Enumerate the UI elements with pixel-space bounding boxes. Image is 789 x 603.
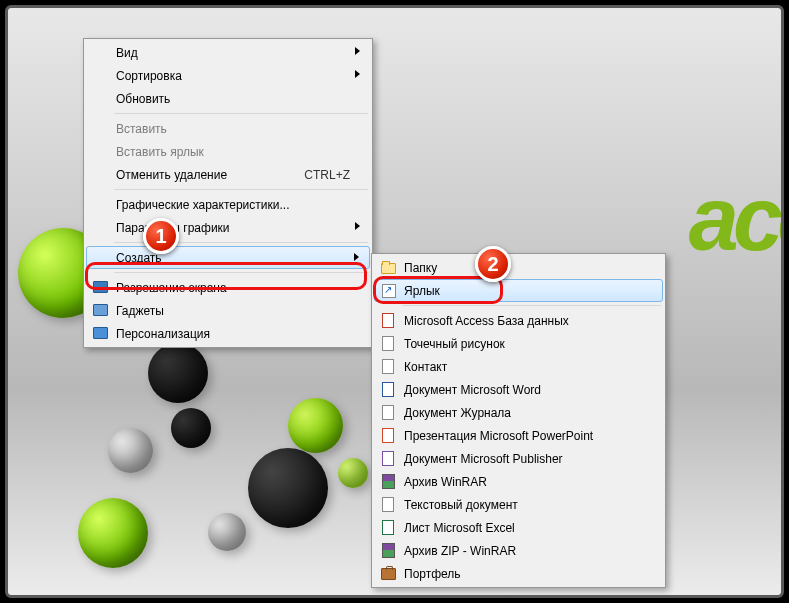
new-word-doc[interactable]: Документ Microsoft Word: [374, 378, 663, 401]
menu-label: Архив WinRAR: [404, 475, 487, 489]
publisher-icon: [380, 450, 396, 466]
wallpaper-ball: [208, 513, 246, 551]
monitor-icon: [92, 279, 108, 295]
wallpaper-ball: [78, 498, 148, 568]
new-publisher[interactable]: Документ Microsoft Publisher: [374, 447, 663, 470]
menu-separator: [402, 305, 661, 306]
menu-label: Точечный рисунок: [404, 337, 505, 351]
menu-graphics-settings[interactable]: Графические характеристики...: [86, 193, 370, 216]
wallpaper-ball: [108, 428, 153, 473]
menu-label: Microsoft Access База данных: [404, 314, 569, 328]
menu-paste: Вставить: [86, 117, 370, 140]
new-bitmap[interactable]: Точечный рисунок: [374, 332, 663, 355]
menu-label: Архив ZIP - WinRAR: [404, 544, 516, 558]
menu-label: Документ Microsoft Word: [404, 383, 541, 397]
menu-refresh[interactable]: Обновить: [86, 87, 370, 110]
gadgets-icon: [92, 302, 108, 318]
submenu-arrow-icon: [354, 253, 359, 261]
new-contact[interactable]: Контакт: [374, 355, 663, 378]
menu-undo-delete[interactable]: Отменить удалениеCTRL+Z: [86, 163, 370, 186]
menu-label: Презентация Microsoft PowerPoint: [404, 429, 593, 443]
menu-label: Вид: [116, 46, 138, 60]
journal-icon: [380, 404, 396, 420]
personalize-icon: [92, 325, 108, 341]
menu-label: Текстовый документ: [404, 498, 518, 512]
menu-paste-shortcut: Вставить ярлык: [86, 140, 370, 163]
wallpaper-ball: [338, 458, 368, 488]
menu-label: Документ Журнала: [404, 406, 511, 420]
bitmap-icon: [380, 335, 396, 351]
menu-label: Сортировка: [116, 69, 182, 83]
acer-logo: ace: [689, 168, 784, 271]
screenshot-frame: ace Вид Сортировка Обновить Вставить Вст…: [5, 5, 784, 598]
submenu-arrow-icon: [355, 47, 360, 55]
winrar-icon: [380, 473, 396, 489]
folder-icon: [380, 259, 396, 275]
menu-label: Вставить ярлык: [116, 145, 204, 159]
menu-view[interactable]: Вид: [86, 41, 370, 64]
menu-separator: [114, 189, 368, 190]
menu-graphics-params[interactable]: Параметры графики: [86, 216, 370, 239]
access-icon: [380, 312, 396, 328]
new-powerpoint[interactable]: Презентация Microsoft PowerPoint: [374, 424, 663, 447]
excel-icon: [380, 519, 396, 535]
menu-label: Графические характеристики...: [116, 198, 289, 212]
step-badge-1: 1: [143, 218, 179, 254]
menu-label: Персонализация: [116, 327, 210, 341]
menu-new[interactable]: Создать: [86, 246, 370, 269]
new-text-document[interactable]: Текстовый документ: [374, 493, 663, 516]
menu-label: Вставить: [116, 122, 167, 136]
new-excel-sheet[interactable]: Лист Microsoft Excel: [374, 516, 663, 539]
new-shortcut[interactable]: Ярлык: [374, 279, 663, 302]
menu-label: Разрешение экрана: [116, 281, 227, 295]
wallpaper-ball: [288, 398, 343, 453]
new-zip-archive[interactable]: Архив ZIP - WinRAR: [374, 539, 663, 562]
new-submenu: Папку Ярлык Microsoft Access База данных…: [371, 253, 666, 588]
new-folder[interactable]: Папку: [374, 256, 663, 279]
new-briefcase[interactable]: Портфель: [374, 562, 663, 585]
step-badge-2: 2: [475, 246, 511, 282]
menu-separator: [114, 272, 368, 273]
menu-resolution[interactable]: Разрешение экрана: [86, 276, 370, 299]
menu-personalize[interactable]: Персонализация: [86, 322, 370, 345]
menu-separator: [114, 113, 368, 114]
wallpaper-ball: [171, 408, 211, 448]
desktop-context-menu: Вид Сортировка Обновить Вставить Вставит…: [83, 38, 373, 348]
menu-label: Обновить: [116, 92, 170, 106]
menu-shortcut-text: CTRL+Z: [304, 168, 350, 182]
word-icon: [380, 381, 396, 397]
menu-gadgets[interactable]: Гаджеты: [86, 299, 370, 322]
shortcut-icon: [381, 283, 397, 299]
powerpoint-icon: [380, 427, 396, 443]
contact-icon: [380, 358, 396, 374]
wallpaper-ball: [248, 448, 328, 528]
new-access-db[interactable]: Microsoft Access База данных: [374, 309, 663, 332]
menu-label: Папку: [404, 261, 437, 275]
text-icon: [380, 496, 396, 512]
submenu-arrow-icon: [355, 70, 360, 78]
menu-label: Лист Microsoft Excel: [404, 521, 515, 535]
menu-sort[interactable]: Сортировка: [86, 64, 370, 87]
menu-label: Портфель: [404, 567, 461, 581]
menu-label: Контакт: [404, 360, 447, 374]
winrar-zip-icon: [380, 542, 396, 558]
new-rar-archive[interactable]: Архив WinRAR: [374, 470, 663, 493]
menu-label: Документ Microsoft Publisher: [404, 452, 563, 466]
briefcase-icon: [380, 565, 396, 581]
menu-label: Отменить удаление: [116, 168, 227, 182]
menu-label: Ярлык: [404, 284, 440, 298]
new-journal-doc[interactable]: Документ Журнала: [374, 401, 663, 424]
wallpaper-ball: [148, 343, 208, 403]
menu-label: Гаджеты: [116, 304, 164, 318]
submenu-arrow-icon: [355, 222, 360, 230]
